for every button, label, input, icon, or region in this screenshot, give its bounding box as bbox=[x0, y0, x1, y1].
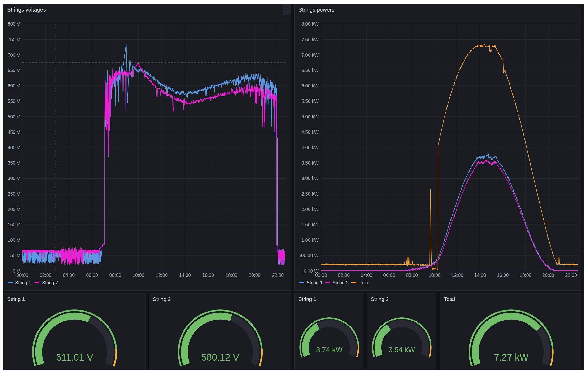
svg-text:22:00: 22:00 bbox=[272, 273, 284, 278]
svg-text:18:00: 18:00 bbox=[520, 273, 532, 278]
svg-text:100 V: 100 V bbox=[8, 237, 20, 243]
svg-text:1.50 kW: 1.50 kW bbox=[301, 222, 319, 227]
svg-text:04:00: 04:00 bbox=[63, 273, 75, 278]
svg-text:20:00: 20:00 bbox=[542, 273, 554, 278]
svg-text:14:00: 14:00 bbox=[474, 273, 486, 278]
svg-text:2.00 kW: 2.00 kW bbox=[301, 207, 319, 212]
svg-text:350 V: 350 V bbox=[8, 160, 20, 165]
svg-text:String 1: String 1 bbox=[15, 280, 31, 285]
svg-text:08:00: 08:00 bbox=[406, 273, 418, 278]
svg-text:20:00: 20:00 bbox=[249, 273, 261, 278]
svg-text:Total: Total bbox=[360, 280, 369, 285]
svg-text:500 V: 500 V bbox=[8, 114, 20, 119]
svg-text:String 2: String 2 bbox=[371, 296, 389, 302]
svg-text:String 1: String 1 bbox=[307, 280, 323, 285]
svg-text:22:00: 22:00 bbox=[565, 273, 577, 278]
svg-text:250 V: 250 V bbox=[8, 191, 20, 197]
svg-text:650 V: 650 V bbox=[8, 68, 20, 73]
svg-text:12:00: 12:00 bbox=[451, 273, 463, 278]
svg-text:14:00: 14:00 bbox=[179, 273, 191, 278]
svg-text:Strings voltages: Strings voltages bbox=[7, 7, 46, 13]
svg-text:150 V: 150 V bbox=[8, 222, 20, 227]
svg-text:06:00: 06:00 bbox=[383, 273, 395, 278]
svg-text:Strings powers: Strings powers bbox=[298, 7, 334, 13]
svg-text:4.50 kW: 4.50 kW bbox=[301, 130, 319, 135]
svg-text:7.27 kW: 7.27 kW bbox=[494, 352, 529, 363]
svg-text:String 1: String 1 bbox=[298, 296, 316, 302]
svg-text:3.50 kW: 3.50 kW bbox=[301, 160, 319, 165]
svg-text:00:00: 00:00 bbox=[16, 273, 28, 278]
svg-text:500.00 W: 500.00 W bbox=[298, 253, 319, 258]
svg-text:String 1: String 1 bbox=[7, 296, 25, 302]
svg-text:200 V: 200 V bbox=[8, 207, 20, 212]
svg-text:611.01 V: 611.01 V bbox=[56, 352, 93, 363]
svg-text:4.00 kW: 4.00 kW bbox=[301, 145, 319, 150]
svg-text:600 V: 600 V bbox=[8, 83, 20, 88]
svg-text:700 V: 700 V bbox=[8, 52, 20, 57]
svg-text:550 V: 550 V bbox=[8, 99, 20, 104]
svg-text:7.00 kW: 7.00 kW bbox=[301, 52, 319, 57]
svg-text:Total: Total bbox=[444, 296, 455, 302]
svg-text:300 V: 300 V bbox=[8, 176, 20, 181]
svg-text:10:00: 10:00 bbox=[133, 273, 145, 278]
svg-text:750 V: 750 V bbox=[8, 37, 20, 42]
svg-text:6.00 kW: 6.00 kW bbox=[301, 83, 319, 88]
svg-text:16:00: 16:00 bbox=[497, 273, 509, 278]
svg-text:3.74 kW: 3.74 kW bbox=[316, 346, 343, 354]
svg-text:3.54 kW: 3.54 kW bbox=[388, 346, 415, 354]
svg-text:580.12 V: 580.12 V bbox=[201, 352, 239, 363]
svg-text:String 2: String 2 bbox=[333, 280, 348, 285]
svg-text:02:00: 02:00 bbox=[338, 273, 350, 278]
svg-text:00:00: 00:00 bbox=[315, 273, 327, 278]
svg-text:10:00: 10:00 bbox=[429, 273, 441, 278]
svg-text:2.50 kW: 2.50 kW bbox=[301, 191, 319, 197]
svg-text:7.50 kW: 7.50 kW bbox=[301, 37, 319, 42]
svg-text:5.00 kW: 5.00 kW bbox=[301, 114, 319, 119]
svg-text:02:00: 02:00 bbox=[40, 273, 52, 278]
svg-text:800 V: 800 V bbox=[8, 21, 20, 26]
svg-text:5.50 kW: 5.50 kW bbox=[301, 99, 319, 104]
svg-text:String 2: String 2 bbox=[42, 280, 58, 285]
svg-text:16:00: 16:00 bbox=[202, 273, 214, 278]
svg-text:6.50 kW: 6.50 kW bbox=[301, 68, 319, 73]
svg-text:1.00 kW: 1.00 kW bbox=[301, 237, 319, 243]
svg-text:3.00 kW: 3.00 kW bbox=[301, 176, 319, 181]
svg-text:12:00: 12:00 bbox=[156, 273, 168, 278]
svg-text:400 V: 400 V bbox=[8, 145, 20, 150]
svg-text:18:00: 18:00 bbox=[226, 273, 237, 278]
svg-text:50 V: 50 V bbox=[10, 253, 20, 258]
svg-text:06:00: 06:00 bbox=[86, 273, 98, 278]
svg-text:8.00 kW: 8.00 kW bbox=[301, 21, 319, 26]
svg-text:450 V: 450 V bbox=[8, 130, 20, 135]
svg-text:04:00: 04:00 bbox=[361, 273, 372, 278]
svg-text:08:00: 08:00 bbox=[109, 273, 121, 278]
svg-text:String 2: String 2 bbox=[153, 296, 171, 302]
